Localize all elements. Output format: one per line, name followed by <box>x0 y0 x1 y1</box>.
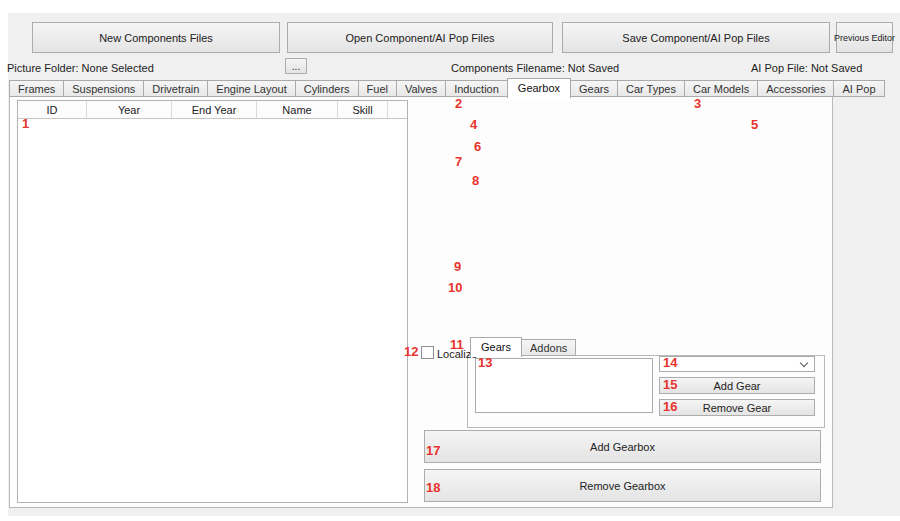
column-header-skill[interactable]: Skill <box>338 101 388 118</box>
gear-listbox[interactable] <box>475 358 653 413</box>
tab-drivetrain[interactable]: Drivetrain <box>143 80 208 97</box>
annotation-13: 13 <box>478 357 492 369</box>
tab-induction[interactable]: Induction <box>445 80 508 97</box>
column-header-year[interactable]: Year <box>87 101 172 118</box>
annotation-12: 12 <box>404 346 418 358</box>
picture-folder-value: None Selected <box>82 62 154 74</box>
new-components-files-button[interactable]: New Components Files <box>32 22 280 53</box>
column-header-empty[interactable] <box>388 101 407 118</box>
annotation-14: 14 <box>663 357 677 369</box>
save-component-files-button[interactable]: Save Component/AI Pop Files <box>562 22 830 53</box>
main-tab-strip: Frames Suspensions Drivetrain Engine Lay… <box>9 77 884 97</box>
dropdown-chevron-icon[interactable] <box>800 359 808 367</box>
gearbox-table-header: ID Year End Year Name Skill <box>18 101 407 119</box>
add-gearbox-button[interactable]: Add Gearbox <box>424 430 821 463</box>
tab-gears[interactable]: Gears <box>570 80 618 97</box>
annotation-10: 10 <box>448 282 462 294</box>
ai-pop-file-status: AI Pop File: Not Saved <box>751 62 862 74</box>
annotation-18: 18 <box>426 482 440 494</box>
annotation-9: 9 <box>454 261 461 273</box>
column-header-end-year[interactable]: End Year <box>172 101 257 118</box>
gear-dropdown[interactable] <box>659 356 815 372</box>
previous-editor-button[interactable]: Previous Editor <box>836 22 893 53</box>
picture-folder-status: Picture Folder: None Selected <box>7 62 154 74</box>
annotation-3: 3 <box>694 98 701 110</box>
components-filename-label: Components Filename: <box>451 62 565 74</box>
annotation-16: 16 <box>663 401 677 413</box>
gearbox-table[interactable]: ID Year End Year Name Skill <box>17 100 408 503</box>
remove-gearbox-button[interactable]: Remove Gearbox <box>424 469 821 502</box>
tab-cylinders[interactable]: Cylinders <box>295 80 359 97</box>
annotation-8: 8 <box>472 175 479 187</box>
picture-folder-label: Picture Folder: <box>7 62 79 74</box>
restrictions-tab-strip: Gears Addons <box>470 337 575 356</box>
annotation-7: 7 <box>455 156 462 168</box>
tab-frames[interactable]: Frames <box>9 80 64 97</box>
column-header-name[interactable]: Name <box>257 101 338 118</box>
annotation-1: 1 <box>22 118 29 130</box>
annotation-6: 6 <box>474 141 481 153</box>
tab-car-models[interactable]: Car Models <box>684 80 758 97</box>
ai-pop-file-label: AI Pop File: <box>751 62 808 74</box>
add-gear-button[interactable]: Add Gear <box>659 377 815 394</box>
components-filename-value: Not Saved <box>568 62 619 74</box>
annotation-17: 17 <box>426 445 440 457</box>
ai-pop-file-value: Not Saved <box>811 62 862 74</box>
annotation-11: 11 <box>450 339 464 351</box>
tab-accessories[interactable]: Accessories <box>757 80 834 97</box>
remove-gear-button[interactable]: Remove Gear <box>659 399 815 416</box>
tab-ai-pop[interactable]: AI Pop <box>833 80 884 97</box>
tab-valves[interactable]: Valves <box>396 80 446 97</box>
tab-fuel[interactable]: Fuel <box>358 80 397 97</box>
tab-car-types[interactable]: Car Types <box>617 80 685 97</box>
annotation-4: 4 <box>470 119 477 131</box>
annotation-15: 15 <box>663 379 677 391</box>
restrictions-tab-gears[interactable]: Gears <box>470 337 522 357</box>
tab-engine-layout[interactable]: Engine Layout <box>207 80 295 97</box>
browse-picture-folder-button[interactable]: ... <box>285 58 307 74</box>
restrictions-tab-addons[interactable]: Addons <box>521 339 576 356</box>
components-filename-status: Components Filename: Not Saved <box>451 62 619 74</box>
open-component-files-button[interactable]: Open Component/AI Pop Files <box>287 22 553 53</box>
localize-checkbox[interactable] <box>421 346 434 359</box>
annotation-2: 2 <box>455 98 462 110</box>
tab-suspensions[interactable]: Suspensions <box>63 80 144 97</box>
annotation-5: 5 <box>751 119 758 131</box>
tab-gearbox[interactable]: Gearbox <box>507 78 571 98</box>
